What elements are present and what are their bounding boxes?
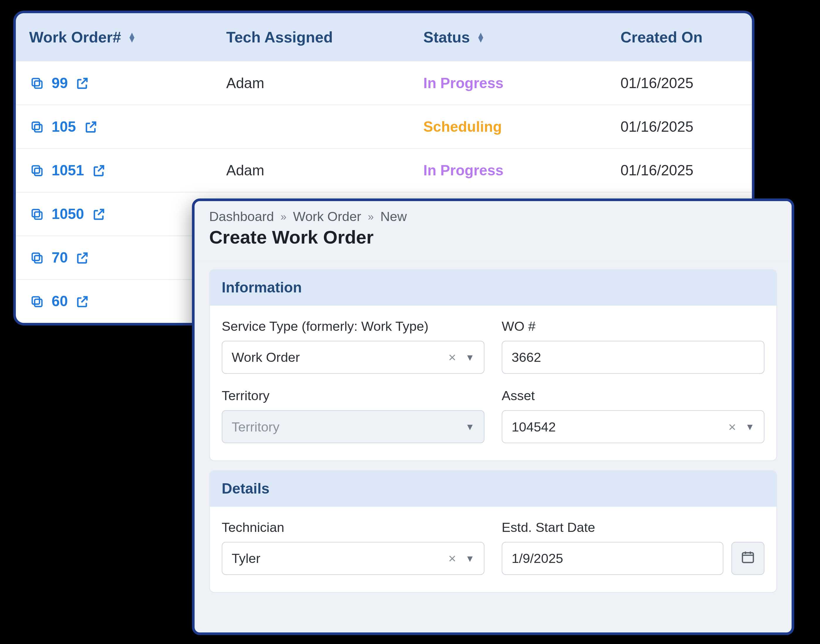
- work-order-link[interactable]: 105: [52, 118, 76, 135]
- section-information: Information Service Type (formerly: Work…: [209, 269, 777, 461]
- breadcrumb: Dashboard » Work Order » New: [209, 209, 777, 224]
- open-external-icon[interactable]: [74, 293, 90, 309]
- cell-status: In Progress: [410, 74, 607, 92]
- territory-select[interactable]: Territory ▼: [222, 410, 484, 443]
- table-row: 99AdamIn Progress01/16/2025: [16, 61, 752, 104]
- breadcrumb-item[interactable]: Dashboard: [209, 209, 274, 224]
- form-header: Dashboard » Work Order » New Create Work…: [195, 201, 792, 260]
- cell-work-order: 60: [16, 293, 213, 310]
- svg-rect-10: [35, 299, 42, 306]
- section-heading: Information: [210, 270, 776, 306]
- work-order-link[interactable]: 60: [52, 293, 68, 310]
- work-order-link[interactable]: 1051: [52, 162, 84, 179]
- select-value: 104542: [511, 419, 724, 434]
- sort-icon[interactable]: ▲▼: [128, 32, 136, 41]
- section-details: Details Technician Tyler × ▼ Estd. Start…: [209, 471, 777, 593]
- svg-rect-5: [32, 166, 40, 173]
- copy-icon[interactable]: [29, 119, 45, 135]
- open-external-icon[interactable]: [83, 119, 98, 135]
- svg-rect-4: [35, 168, 42, 175]
- cell-work-order: 1050: [16, 205, 213, 223]
- field-territory: Territory Territory ▼: [222, 388, 484, 443]
- status-badge: In Progress: [424, 74, 504, 92]
- input-value: 3662: [511, 350, 541, 365]
- field-estd-start-date: Estd. Start Date 1/9/2025: [502, 520, 764, 575]
- open-external-icon[interactable]: [74, 250, 90, 265]
- chevron-down-icon[interactable]: ▼: [460, 422, 474, 432]
- copy-icon[interactable]: [29, 163, 45, 178]
- cell-work-order: 70: [16, 249, 213, 266]
- input-value: 1/9/2025: [511, 550, 563, 566]
- calendar-icon: [741, 550, 755, 567]
- open-external-icon[interactable]: [91, 206, 107, 222]
- col-header-tech[interactable]: Tech Assigned: [213, 28, 410, 46]
- field-label: Estd. Start Date: [502, 520, 764, 535]
- breadcrumb-item[interactable]: Work Order: [293, 209, 361, 224]
- cell-work-order: 99: [16, 74, 213, 92]
- sort-icon[interactable]: ▲▼: [476, 32, 485, 41]
- field-label: WO #: [502, 319, 764, 334]
- cell-created: 01/16/2025: [607, 162, 752, 179]
- col-header-label: Tech Assigned: [226, 28, 333, 46]
- copy-icon[interactable]: [29, 250, 45, 265]
- field-service-type: Service Type (formerly: Work Type) Work …: [222, 319, 484, 374]
- cell-work-order: 105: [16, 118, 213, 135]
- cell-work-order: 1051: [16, 162, 213, 179]
- svg-rect-12: [742, 553, 753, 562]
- status-badge: Scheduling: [424, 118, 502, 135]
- estd-start-date-input[interactable]: 1/9/2025: [502, 542, 723, 575]
- work-order-link[interactable]: 99: [52, 74, 68, 92]
- work-order-link[interactable]: 70: [52, 249, 68, 266]
- cell-status: In Progress: [410, 162, 607, 179]
- open-external-icon[interactable]: [91, 163, 107, 178]
- col-header-status[interactable]: Status ▲▼: [410, 28, 607, 46]
- page-title: Create Work Order: [209, 227, 777, 248]
- clear-icon[interactable]: ×: [444, 350, 460, 365]
- table-row: 105Scheduling01/16/2025: [16, 104, 752, 148]
- cell-tech: Adam: [213, 74, 410, 92]
- select-placeholder: Territory: [232, 419, 460, 434]
- calendar-button[interactable]: [731, 542, 764, 575]
- breadcrumb-item[interactable]: New: [381, 209, 407, 224]
- form-body: Information Service Type (formerly: Work…: [195, 269, 792, 593]
- field-label: Asset: [502, 388, 764, 404]
- clear-icon[interactable]: ×: [724, 419, 740, 434]
- field-wo-number: WO # 3662: [502, 319, 764, 374]
- clear-icon[interactable]: ×: [444, 550, 460, 566]
- svg-rect-7: [32, 209, 40, 217]
- svg-rect-6: [35, 212, 42, 219]
- wo-number-input[interactable]: 3662: [502, 341, 764, 374]
- cell-created: 01/16/2025: [607, 118, 752, 135]
- service-type-select[interactable]: Work Order × ▼: [222, 341, 484, 374]
- copy-icon[interactable]: [29, 75, 45, 91]
- field-asset: Asset 104542 × ▼: [502, 388, 764, 443]
- svg-rect-11: [32, 296, 40, 304]
- col-header-label: Work Order#: [29, 28, 121, 46]
- col-header-created[interactable]: Created On: [607, 28, 752, 46]
- table-row: 1051AdamIn Progress01/16/2025: [16, 148, 752, 192]
- svg-rect-0: [35, 81, 42, 88]
- chevron-right-icon: »: [281, 211, 286, 223]
- chevron-down-icon[interactable]: ▼: [740, 422, 754, 432]
- work-order-link[interactable]: 1050: [52, 205, 84, 223]
- cell-created: 01/16/2025: [607, 74, 752, 92]
- status-badge: In Progress: [424, 162, 504, 179]
- svg-rect-2: [35, 124, 42, 132]
- svg-rect-9: [32, 253, 40, 260]
- col-header-label: Status: [424, 28, 470, 46]
- create-work-order-card: Dashboard » Work Order » New Create Work…: [192, 198, 794, 635]
- svg-rect-8: [35, 255, 42, 262]
- col-header-work-order[interactable]: Work Order# ▲▼: [16, 28, 213, 46]
- copy-icon[interactable]: [29, 206, 45, 222]
- svg-rect-3: [32, 122, 40, 129]
- chevron-right-icon: »: [368, 211, 374, 223]
- open-external-icon[interactable]: [74, 75, 90, 91]
- chevron-down-icon[interactable]: ▼: [460, 553, 474, 563]
- asset-select[interactable]: 104542 × ▼: [502, 410, 764, 443]
- field-label: Service Type (formerly: Work Type): [222, 319, 484, 334]
- chevron-down-icon[interactable]: ▼: [460, 352, 474, 362]
- copy-icon[interactable]: [29, 293, 45, 309]
- technician-select[interactable]: Tyler × ▼: [222, 542, 484, 575]
- col-header-label: Created On: [620, 28, 703, 46]
- svg-rect-1: [32, 78, 40, 86]
